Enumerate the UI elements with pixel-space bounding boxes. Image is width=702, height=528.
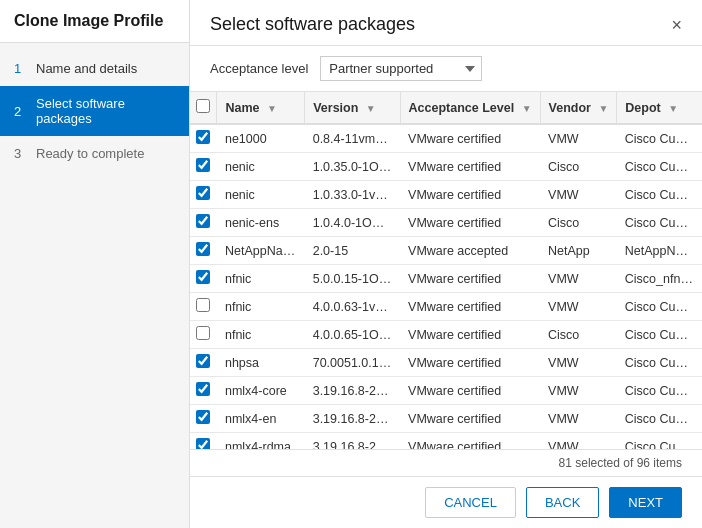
row-acceptance: VMware certified — [400, 321, 540, 349]
col-depot[interactable]: Depot ▼ — [617, 92, 702, 124]
row-name: nfnic — [217, 321, 305, 349]
table-row: nmlx4-core 3.19.16.8-2vmw.702.0.0... VMw… — [190, 377, 702, 405]
row-checkbox[interactable] — [196, 326, 210, 340]
row-checkbox[interactable] — [196, 354, 210, 368]
close-button[interactable]: × — [671, 16, 682, 34]
table-row: nmlx4-en 3.19.16.8-2vmw.702.0.0... VMwar… — [190, 405, 702, 433]
row-version: 0.8.4-11vmw.702.0.017... — [305, 124, 400, 153]
step-2-num: 2 — [14, 104, 28, 119]
row-version: 2.0-15 — [305, 237, 400, 265]
main-title: Select software packages — [210, 14, 415, 35]
table-row: nenic-ens 1.0.4.0-1OEM.700.1.0.15... VMw… — [190, 209, 702, 237]
row-version: 4.0.0.63-1vmw.702.0.0... — [305, 293, 400, 321]
row-check-cell — [190, 265, 217, 293]
row-version: 1.0.35.0-1OEM.670.0.0... — [305, 153, 400, 181]
cancel-button[interactable]: CANCEL — [425, 487, 516, 518]
table-row: nenic 1.0.33.0-1vmw.702.0.1... VMware ce… — [190, 181, 702, 209]
row-version: 3.19.16.8-2vmw.702.0.0... — [305, 377, 400, 405]
col-vendor[interactable]: Vendor ▼ — [540, 92, 617, 124]
row-vendor: VMW — [540, 181, 617, 209]
row-checkbox[interactable] — [196, 186, 210, 200]
table-wrapper: Name ▼ Version ▼ Acceptance Level ▼ Vend… — [190, 92, 702, 449]
row-checkbox[interactable] — [196, 214, 210, 228]
row-version: 1.0.4.0-1OEM.700.1.0.15... — [305, 209, 400, 237]
row-checkbox[interactable] — [196, 298, 210, 312]
row-checkbox[interactable] — [196, 242, 210, 256]
step-1-num: 1 — [14, 61, 28, 76]
row-checkbox[interactable] — [196, 410, 210, 424]
row-check-cell — [190, 237, 217, 265]
row-version: 5.0.0.15-1OEM.700.1.0.1... — [305, 265, 400, 293]
row-vendor: VMW — [540, 293, 617, 321]
row-checkbox[interactable] — [196, 438, 210, 449]
row-depot: Cisco Custom ESXi 7.0... — [617, 405, 702, 433]
row-checkbox[interactable] — [196, 270, 210, 284]
row-check-cell — [190, 405, 217, 433]
row-vendor: VMW — [540, 433, 617, 450]
row-name: nmlx4-en — [217, 405, 305, 433]
sidebar: Clone Image Profile 1 Name and details 2… — [0, 0, 190, 528]
step-2[interactable]: 2 Select software packages — [0, 86, 189, 136]
row-acceptance: VMware certified — [400, 433, 540, 450]
select-all-checkbox[interactable] — [196, 99, 210, 113]
acceptance-level-select[interactable]: Partner supported VMware certified Commu… — [320, 56, 482, 81]
sidebar-steps: 1 Name and details 2 Select software pac… — [0, 43, 189, 171]
row-check-cell — [190, 349, 217, 377]
version-sort-icon: ▼ — [366, 103, 376, 114]
row-checkbox[interactable] — [196, 158, 210, 172]
row-vendor: VMW — [540, 265, 617, 293]
col-name[interactable]: Name ▼ — [217, 92, 305, 124]
row-version: 4.0.0.65-1OEM.670.0.0... — [305, 321, 400, 349]
row-version: 1.0.33.0-1vmw.702.0.1... — [305, 181, 400, 209]
filter-bar: Acceptance level Partner supported VMwar… — [190, 46, 702, 92]
row-check-cell — [190, 377, 217, 405]
row-name: ne1000 — [217, 124, 305, 153]
step-1[interactable]: 1 Name and details — [0, 51, 189, 86]
col-acceptance[interactable]: Acceptance Level ▼ — [400, 92, 540, 124]
row-vendor: VMW — [540, 405, 617, 433]
row-acceptance: VMware certified — [400, 377, 540, 405]
packages-table: Name ▼ Version ▼ Acceptance Level ▼ Vend… — [190, 92, 702, 449]
col-version[interactable]: Version ▼ — [305, 92, 400, 124]
acceptance-sort-icon: ▼ — [522, 103, 532, 114]
step-3-label: Ready to complete — [36, 146, 144, 161]
row-check-cell — [190, 293, 217, 321]
row-acceptance: VMware certified — [400, 349, 540, 377]
row-vendor: NetApp — [540, 237, 617, 265]
row-name: NetAppNasPlugin — [217, 237, 305, 265]
row-acceptance: VMware certified — [400, 293, 540, 321]
row-acceptance: VMware certified — [400, 153, 540, 181]
row-name: nmlx4-core — [217, 377, 305, 405]
row-depot: Cisco Custom ESXi 7.0... — [617, 181, 702, 209]
row-depot: Cisco Custom ESXi 7.0... — [617, 124, 702, 153]
row-depot: Cisco Custom ESXi 7.0... — [617, 209, 702, 237]
table-row: nenic 1.0.35.0-1OEM.670.0.0... VMware ce… — [190, 153, 702, 181]
row-vendor: VMW — [540, 124, 617, 153]
row-vendor: Cisco — [540, 209, 617, 237]
row-check-cell — [190, 321, 217, 349]
step-3-num: 3 — [14, 146, 28, 161]
row-acceptance: VMware certified — [400, 209, 540, 237]
next-button[interactable]: NEXT — [609, 487, 682, 518]
depot-sort-icon: ▼ — [668, 103, 678, 114]
sidebar-title: Clone Image Profile — [0, 0, 189, 43]
row-depot: Cisco Custom ESXi 7.0... — [617, 349, 702, 377]
main-header: Select software packages × — [190, 0, 702, 46]
vendor-sort-icon: ▼ — [598, 103, 608, 114]
name-sort-icon: ▼ — [267, 103, 277, 114]
row-version: 70.0051.0.100-2vmw.7... — [305, 349, 400, 377]
back-button[interactable]: BACK — [526, 487, 599, 518]
row-depot: NetAppNasPluginV2.0... — [617, 237, 702, 265]
row-check-cell — [190, 124, 217, 153]
table-row: nfnic 5.0.0.15-1OEM.700.1.0.1... VMware … — [190, 265, 702, 293]
row-name: nenic-ens — [217, 209, 305, 237]
footer-status: 81 selected of 96 items — [190, 449, 702, 476]
row-checkbox[interactable] — [196, 382, 210, 396]
step-3[interactable]: 3 Ready to complete — [0, 136, 189, 171]
row-checkbox[interactable] — [196, 130, 210, 144]
row-name: nenic — [217, 153, 305, 181]
row-acceptance: VMware certified — [400, 124, 540, 153]
row-depot: Cisco Custom ESXi 7.0... — [617, 293, 702, 321]
footer-actions: CANCEL BACK NEXT — [190, 476, 702, 528]
table-row: nmlx4-rdma 3.19.16.8-2vmw.702.0.0... VMw… — [190, 433, 702, 450]
